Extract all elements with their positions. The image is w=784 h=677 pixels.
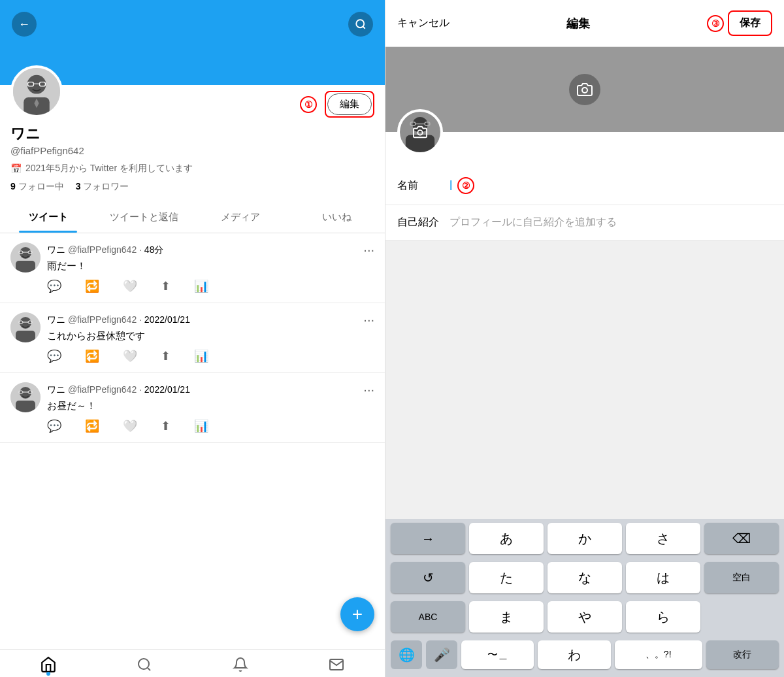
key-undo[interactable]: ↺ bbox=[391, 562, 465, 593]
profile-tabs: ツイート ツイートと返信 メディア いいね bbox=[0, 202, 385, 233]
nav-home[interactable] bbox=[0, 656, 96, 673]
tab-likes[interactable]: いいね bbox=[289, 202, 385, 233]
name-label: 名前 bbox=[397, 179, 449, 193]
stats-button[interactable]: 📊 bbox=[194, 279, 208, 293]
tweet-user: ワニ bbox=[47, 384, 65, 395]
tweet-time: 2022/01/21 bbox=[144, 384, 190, 395]
reply-button[interactable]: 💬 bbox=[47, 419, 61, 433]
key-na[interactable]: な bbox=[547, 562, 622, 593]
key-space[interactable]: 空白 bbox=[704, 562, 779, 593]
key-ta[interactable]: た bbox=[469, 562, 544, 593]
tab-media[interactable]: メディア bbox=[193, 202, 289, 233]
svg-line-28 bbox=[148, 668, 150, 670]
key-mic[interactable]: 🎤 bbox=[426, 640, 457, 669]
nav-notifications[interactable] bbox=[193, 656, 289, 673]
edit-button-highlight: 編集 bbox=[325, 91, 374, 118]
bio-placeholder[interactable]: プロフィールに自己紹介を追加する bbox=[449, 216, 617, 229]
bio-label: 自己紹介 bbox=[397, 216, 449, 229]
like-button[interactable]: 🤍 bbox=[123, 279, 137, 293]
tweet-more-button[interactable]: ··· bbox=[363, 382, 374, 397]
key-ka[interactable]: か bbox=[547, 523, 622, 554]
tweet-handle: @fiafPPefign642 · bbox=[68, 384, 144, 395]
key-sa[interactable]: さ bbox=[626, 523, 700, 554]
tweet-body: ワニ @fiafPPefign642 · 48分 ··· 雨だー！ 💬 🔁 🤍 … bbox=[47, 242, 374, 293]
back-button[interactable]: ← bbox=[12, 12, 37, 37]
bio-row: 自己紹介 プロフィールに自己紹介を追加する bbox=[385, 205, 784, 240]
tweet-avatar bbox=[10, 242, 41, 272]
like-button[interactable]: 🤍 bbox=[123, 419, 137, 433]
tweet-text: お昼だ～！ bbox=[47, 400, 374, 412]
key-wave[interactable]: 〜＿ bbox=[461, 640, 534, 669]
tweet-handle: @fiafPPefign642 · bbox=[68, 244, 144, 255]
key-ha[interactable]: は bbox=[626, 562, 700, 593]
retweet-button[interactable]: 🔁 bbox=[85, 349, 99, 363]
search-button[interactable] bbox=[348, 12, 373, 37]
key-ra[interactable]: ら bbox=[626, 601, 700, 633]
reply-button[interactable]: 💬 bbox=[47, 279, 61, 293]
stats-button[interactable]: 📊 bbox=[194, 419, 208, 433]
key-globe[interactable]: 🌐 bbox=[391, 640, 422, 669]
compose-button[interactable]: + bbox=[340, 597, 374, 631]
svg-rect-11 bbox=[16, 261, 35, 272]
stats-button[interactable]: 📊 bbox=[194, 349, 208, 363]
tab-tweets-replies[interactable]: ツイートと返信 bbox=[96, 202, 192, 233]
edit-title: 編集 bbox=[566, 16, 590, 31]
tweet-more-button[interactable]: ··· bbox=[363, 242, 374, 257]
followers-stat[interactable]: 3 フォロワー bbox=[76, 181, 129, 193]
save-button-highlight: 保存 bbox=[728, 10, 772, 36]
share-button[interactable]: ⬆ bbox=[161, 419, 171, 433]
keyboard-bottom: 🌐 🎤 〜＿ わ 、。?! 改行 bbox=[385, 636, 784, 677]
key-ya[interactable]: や bbox=[547, 601, 622, 633]
key-enter[interactable]: 改行 bbox=[706, 640, 779, 669]
save-button[interactable]: 保存 bbox=[730, 13, 770, 33]
followers-count: 3 bbox=[76, 181, 81, 191]
reply-button[interactable]: 💬 bbox=[47, 349, 61, 363]
tweet-avatar bbox=[10, 382, 41, 412]
profile-joined: 📅 2021年5月から Twitter を利用しています bbox=[10, 163, 374, 174]
tweet-actions: 💬 🔁 🤍 ⬆ 📊 bbox=[47, 349, 374, 363]
edit-avatar[interactable] bbox=[397, 109, 443, 155]
key-a[interactable]: あ bbox=[469, 523, 544, 554]
tweet-item: ワニ @fiafPPefign642 · 2022/01/21 ··· これから… bbox=[0, 303, 385, 373]
key-delete[interactable]: ⌫ bbox=[704, 523, 779, 554]
tab-tweets[interactable]: ツイート bbox=[0, 202, 96, 233]
key-abc[interactable]: ABC bbox=[391, 601, 465, 633]
svg-point-29 bbox=[582, 88, 587, 93]
share-button[interactable]: ⬆ bbox=[161, 349, 171, 363]
form-spacer bbox=[385, 240, 784, 519]
key-punctuation[interactable]: 、。?! bbox=[615, 640, 702, 669]
followers-label: フォロワー bbox=[83, 181, 129, 191]
retweet-button[interactable]: 🔁 bbox=[85, 279, 99, 293]
svg-line-1 bbox=[363, 26, 365, 28]
key-arrow[interactable]: → bbox=[391, 523, 465, 554]
following-stat[interactable]: 9 フォロー中 bbox=[10, 181, 64, 193]
keyboard: → あ か さ ⌫ ↺ た な は 空白 ABC ま や ら 🌐 🎤 〜＿ わ bbox=[385, 519, 784, 677]
tweet-text: 雨だー！ bbox=[47, 260, 374, 272]
key-ma[interactable]: ま bbox=[469, 601, 544, 633]
svg-rect-17 bbox=[16, 331, 35, 342]
step-3-circle: ③ bbox=[707, 15, 724, 32]
edit-profile-button[interactable]: 編集 bbox=[327, 93, 372, 115]
svg-point-0 bbox=[356, 20, 364, 27]
step-1-circle: ① bbox=[300, 96, 317, 113]
tweet-header: ワニ @fiafPPefign642 · 48分 ··· bbox=[47, 242, 374, 257]
profile-handle: @fiafPPefign642 bbox=[10, 145, 374, 156]
name-value-wrapper[interactable]: l ② bbox=[449, 177, 478, 194]
cancel-button[interactable]: キャンセル bbox=[397, 16, 449, 30]
cover-camera-icon[interactable] bbox=[569, 74, 600, 105]
like-button[interactable]: 🤍 bbox=[123, 349, 137, 363]
nav-messages[interactable] bbox=[289, 656, 385, 673]
nav-search[interactable] bbox=[96, 656, 192, 673]
tweet-body: ワニ @fiafPPefign642 · 2022/01/21 ··· これから… bbox=[47, 312, 374, 363]
tweet-more-button[interactable]: ··· bbox=[363, 312, 374, 327]
edit-button-wrapper: ① 編集 bbox=[300, 91, 374, 118]
home-active-dot bbox=[46, 672, 50, 676]
cover-photo-area[interactable] bbox=[385, 47, 784, 132]
retweet-button[interactable]: 🔁 bbox=[85, 419, 99, 433]
profile-name: ワニ bbox=[10, 124, 374, 144]
profile-stats: 9 フォロー中 3 フォロワー bbox=[10, 181, 374, 193]
following-count: 9 bbox=[10, 181, 16, 191]
tweet-meta: ワニ @fiafPPefign642 · 48分 bbox=[47, 244, 163, 256]
key-wa[interactable]: わ bbox=[538, 640, 610, 669]
share-button[interactable]: ⬆ bbox=[161, 279, 171, 293]
